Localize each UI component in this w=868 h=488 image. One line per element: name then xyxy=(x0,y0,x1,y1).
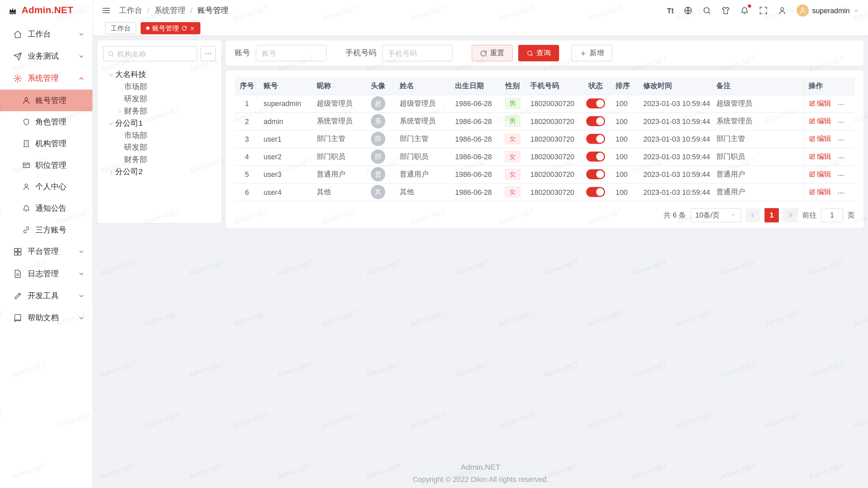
tab-account-management[interactable]: 账号管理 xyxy=(141,22,200,34)
tree-node[interactable]: 分公司1 xyxy=(103,117,216,129)
sidebar-item-role-management[interactable]: 角色管理 xyxy=(0,111,93,133)
tree-collapse-icon[interactable] xyxy=(106,120,115,126)
sidebar-item-help-docs[interactable]: 帮助文档 xyxy=(0,307,93,329)
sidebar-item-label: 业务测试 xyxy=(28,52,78,61)
edit-button[interactable]: 编辑 xyxy=(808,187,831,197)
edit-button[interactable]: 编辑 xyxy=(808,151,831,161)
add-button[interactable]: 新增 xyxy=(571,45,612,61)
sidebar-item-third-party-account[interactable]: 三方账号 xyxy=(0,219,93,241)
avatar: 其 xyxy=(371,185,385,199)
cell-sort: 100 xyxy=(611,130,639,148)
more-icon xyxy=(837,172,845,180)
tree-node[interactable]: 财务部 xyxy=(103,105,216,117)
tree-node[interactable]: 研发部 xyxy=(103,93,216,105)
tree-node-label: 市场部 xyxy=(124,82,147,92)
sidebar-item-platform-management[interactable]: 平台管理 xyxy=(0,241,93,263)
edit-button[interactable]: 编辑 xyxy=(808,98,831,108)
topbar-icon-group: Tt xyxy=(667,6,787,15)
search-button[interactable] xyxy=(703,6,711,15)
tree-node[interactable]: 大名科技 xyxy=(103,68,216,81)
row-more-button[interactable] xyxy=(837,136,845,144)
bell-icon xyxy=(740,6,749,15)
page-suffix: 页 xyxy=(848,210,855,220)
sidebar-item-notice-announcement[interactable]: 通知公告 xyxy=(0,198,93,219)
tree-node[interactable]: 市场部 xyxy=(103,81,216,93)
notification-button[interactable] xyxy=(740,6,749,15)
cell-actions: 编辑 xyxy=(804,95,855,112)
tree-node[interactable]: 研发部 xyxy=(103,142,216,154)
sidebar-item-position-management[interactable]: 职位管理 xyxy=(0,155,93,176)
brand-logo[interactable]: Admin.NET xyxy=(0,0,93,21)
edit-button[interactable]: 编辑 xyxy=(808,169,831,179)
tree-node[interactable]: 市场部 xyxy=(103,129,216,142)
menu-collapse-button[interactable] xyxy=(102,6,111,15)
tab-workbench[interactable]: 工作台 xyxy=(105,22,136,34)
row-more-button[interactable] xyxy=(837,101,845,109)
locale-button[interactable] xyxy=(684,6,692,15)
sidebar-item-account-management[interactable]: 账号管理 xyxy=(0,89,93,111)
phone-label: 手机号码 xyxy=(346,48,376,58)
footer-copyright: Copyright © 2022 Dilon All rights reserv… xyxy=(93,475,868,483)
breadcrumb-item[interactable]: 工作台 xyxy=(119,5,142,15)
tab-close-button[interactable] xyxy=(190,26,195,31)
org-search-input[interactable] xyxy=(117,49,193,58)
row-more-button[interactable] xyxy=(837,119,845,126)
status-toggle[interactable] xyxy=(586,187,605,197)
accounts-table-card: 序号账号昵称头像姓名出生日期性别手机号码状态排序修改时间备注操作1superad… xyxy=(226,70,864,227)
person-icon xyxy=(799,7,807,15)
row-more-button[interactable] xyxy=(837,189,845,197)
cell-seq: 1 xyxy=(235,95,259,112)
sidebar-item-personal-center[interactable]: 个人中心 xyxy=(0,176,93,198)
next-page-button[interactable] xyxy=(783,208,797,222)
tree-node-label: 财务部 xyxy=(124,155,147,165)
sidebar-item-label: 职位管理 xyxy=(35,160,66,170)
goto-page-input[interactable] xyxy=(821,208,843,222)
bell-icon xyxy=(22,204,30,212)
status-toggle[interactable] xyxy=(586,169,605,179)
breadcrumb-item[interactable]: 系统管理 xyxy=(154,5,185,15)
edit-icon xyxy=(808,118,815,124)
theme-button[interactable] xyxy=(721,6,730,15)
cell-nickname: 部门主管 xyxy=(312,130,361,148)
fullscreen-button[interactable] xyxy=(759,6,768,15)
font-size-button[interactable]: Tt xyxy=(667,6,674,15)
org-more-button[interactable] xyxy=(200,46,216,62)
tree-node[interactable]: 财务部 xyxy=(103,154,216,166)
tree-expand-icon[interactable] xyxy=(106,169,115,175)
tree-node[interactable]: 分公司2 xyxy=(103,166,216,178)
search-button[interactable]: 查询 xyxy=(518,45,559,61)
page-size-select[interactable]: 10条/页 xyxy=(690,208,741,222)
sidebar-item-workbench[interactable]: 工作台 xyxy=(0,23,93,45)
page-footer: Admin.NET Copyright © 2022 Dilon All rig… xyxy=(93,463,868,484)
row-more-button[interactable] xyxy=(837,172,845,180)
edit-button[interactable]: 编辑 xyxy=(808,116,831,126)
reset-button[interactable]: 重置 xyxy=(472,45,513,61)
add-label: 新增 xyxy=(590,48,604,58)
status-toggle[interactable] xyxy=(586,116,605,126)
status-toggle[interactable] xyxy=(586,99,605,108)
status-toggle[interactable] xyxy=(586,134,605,144)
table-row: 1superadmin超级管理员超超级管理员1986-06-28男1802003… xyxy=(235,95,855,112)
sidebar-item-business-test[interactable]: 业务测试 xyxy=(0,45,93,67)
chevDown-icon xyxy=(853,7,859,14)
phone-input[interactable] xyxy=(382,45,453,61)
sidebar-item-system-management[interactable]: 系统管理 xyxy=(0,67,93,89)
edit-button[interactable]: 编辑 xyxy=(808,134,831,144)
sidebar-item-log-management[interactable]: 日志管理 xyxy=(0,263,93,285)
row-more-button[interactable] xyxy=(837,154,845,162)
profile-button[interactable] xyxy=(778,6,787,15)
org-search-box xyxy=(103,46,197,62)
tree-expand-icon[interactable] xyxy=(115,108,124,114)
app-window: Admin.NET 工作台业务测试系统管理账号管理角色管理机构管理职位管理个人中… xyxy=(0,0,868,488)
cell-phone: 18020030720 xyxy=(526,112,580,130)
tab-refresh-button[interactable] xyxy=(182,25,187,31)
sidebar-item-org-management[interactable]: 机构管理 xyxy=(0,133,93,155)
tree-collapse-icon[interactable] xyxy=(106,72,115,78)
account-input[interactable] xyxy=(256,45,327,61)
status-toggle[interactable] xyxy=(586,151,605,161)
sidebar-item-dev-tools[interactable]: 开发工具 xyxy=(0,285,93,307)
prev-page-button[interactable] xyxy=(746,208,760,222)
breadcrumb-item: 账号管理 xyxy=(197,5,228,15)
user-menu[interactable]: superadmin xyxy=(796,4,859,17)
page-number-button[interactable]: 1 xyxy=(765,208,779,222)
